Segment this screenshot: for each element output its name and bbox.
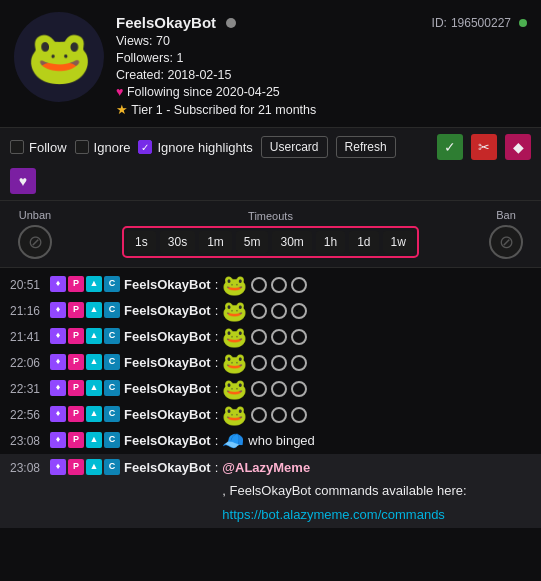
badge-c: C (104, 276, 120, 292)
ban-area: Ban ⊘ (481, 209, 531, 259)
badge-mod: ▲ (86, 459, 102, 475)
badge-prime: P (68, 328, 84, 344)
badge-sub: ♦ (50, 380, 66, 396)
badge-c: C (104, 432, 120, 448)
badge-c: C (104, 380, 120, 396)
timeouts-area: Timeouts 1s 30s 1m 5m 30m 1h 1d 1w (70, 210, 471, 258)
chat-message: 22:06 ♦ P ▲ C FeelsOkayBot : 🐸 (0, 350, 541, 376)
circle-2 (271, 355, 287, 371)
tier-stat: ★ Tier 1 - Subscribed for 21 months (116, 102, 527, 117)
following-stat: ♥ Following since 2020-04-25 (116, 85, 527, 99)
circle-2 (271, 277, 287, 293)
timeout-1h-button[interactable]: 1h (316, 231, 345, 253)
chat-badges: ♦ P ▲ C (50, 458, 120, 475)
timeout-1m-button[interactable]: 1m (199, 231, 232, 253)
follow-checkbox[interactable] (10, 140, 24, 154)
unban-label: Unban (19, 209, 51, 221)
profile-name-row: FeelsOkayBot ID: 196500227 (116, 14, 527, 31)
ignore-highlights-checkbox[interactable] (138, 140, 152, 154)
circle-1 (251, 277, 267, 293)
chat-badges: ♦ P ▲ C (50, 379, 120, 396)
badge-sub: ♦ (50, 302, 66, 318)
chat-message: 21:16 ♦ P ▲ C FeelsOkayBot : 🐸 (0, 298, 541, 324)
commands-link[interactable]: https://bot.alazymeme.com/commands (222, 505, 445, 525)
circle-2 (271, 303, 287, 319)
online-dot (519, 19, 527, 27)
unban-area: Unban ⊘ (10, 209, 60, 259)
circle-3 (291, 329, 307, 345)
circle-1 (251, 303, 267, 319)
badge-mod: ▲ (86, 328, 102, 344)
avatar: 🐸 (14, 12, 104, 102)
badge-prime: P (68, 302, 84, 318)
circle-1 (251, 407, 267, 423)
circle-3 (291, 277, 307, 293)
chat-username: FeelsOkayBot (124, 327, 211, 347)
circle-3 (291, 381, 307, 397)
chat-content: 🐸 (222, 405, 307, 425)
ignore-checkbox[interactable] (75, 140, 89, 154)
profile-info: FeelsOkayBot ID: 196500227 Views: 70 Fol… (116, 12, 527, 117)
usercard-button[interactable]: Usercard (261, 136, 328, 158)
chat-badges: ♦ P ▲ C (50, 301, 120, 318)
chat-username: FeelsOkayBot (124, 431, 211, 451)
badge-mod: ▲ (86, 432, 102, 448)
circle-3 (291, 407, 307, 423)
follow-label: Follow (29, 140, 67, 155)
unban-icon: ⊘ (28, 231, 43, 253)
badge-prime: P (68, 380, 84, 396)
follow-checkbox-wrapper[interactable]: Follow (10, 140, 67, 155)
badge-c: C (104, 406, 120, 422)
ban-icon: ⊘ (499, 231, 514, 253)
ignore-highlights-wrapper[interactable]: Ignore highlights (138, 140, 252, 155)
timeout-30s-button[interactable]: 30s (160, 231, 195, 253)
circle-2 (271, 407, 287, 423)
chat-message: 21:41 ♦ P ▲ C FeelsOkayBot : 🐸 (0, 324, 541, 350)
chat-time: 20:51 (10, 275, 46, 294)
refresh-button[interactable]: Refresh (336, 136, 396, 158)
timeout-1s-button[interactable]: 1s (127, 231, 156, 253)
mention-text: @ALazyMeme (222, 458, 310, 478)
chat-content: 🧢 who binged (222, 431, 315, 451)
badge-mod: ▲ (86, 380, 102, 396)
ban-label: Ban (496, 209, 516, 221)
chat-time: 22:56 (10, 405, 46, 424)
ignore-checkbox-wrapper[interactable]: Ignore (75, 140, 131, 155)
chat-content: 🐸 (222, 353, 307, 373)
profile-username: FeelsOkayBot (116, 14, 216, 31)
action-section: Unban ⊘ Timeouts 1s 30s 1m 5m 30m 1h 1d … (0, 201, 541, 268)
timeout-1d-button[interactable]: 1d (349, 231, 378, 253)
chat-username: FeelsOkayBot (124, 353, 211, 373)
chat-section: 20:51 ♦ P ▲ C FeelsOkayBot : 🐸 21:16 ♦ P… (0, 268, 541, 532)
chat-message: 23:08 ♦ P ▲ C FeelsOkayBot : 🧢 who binge… (0, 428, 541, 454)
emote-pepe: 🐸 (222, 353, 247, 373)
ignore-highlights-label: Ignore highlights (157, 140, 252, 155)
mod-action-pink-button[interactable]: ◆ (505, 134, 531, 160)
mod-action-red-button[interactable]: ✂ (471, 134, 497, 160)
ban-button[interactable]: ⊘ (489, 225, 523, 259)
chat-content: 🐸 (222, 301, 307, 321)
mod-action-green-button[interactable]: ✓ (437, 134, 463, 160)
badge-prime: P (68, 406, 84, 422)
chat-text: who binged (248, 431, 315, 451)
circle-1 (251, 329, 267, 345)
timeout-1w-button[interactable]: 1w (383, 231, 414, 253)
chat-message: 22:31 ♦ P ▲ C FeelsOkayBot : 🐸 (0, 376, 541, 402)
unban-button[interactable]: ⊘ (18, 225, 52, 259)
profile-section: 🐸 FeelsOkayBot ID: 196500227 Views: 70 F… (0, 0, 541, 128)
badge-c: C (104, 354, 120, 370)
chat-message: 20:51 ♦ P ▲ C FeelsOkayBot : 🐸 (0, 272, 541, 298)
chat-content: 🐸 (222, 327, 307, 347)
timeout-30m-button[interactable]: 30m (272, 231, 311, 253)
mod-action-darkred-button[interactable]: ♥ (10, 168, 36, 194)
status-dot (226, 18, 236, 28)
chat-time: 21:16 (10, 301, 46, 320)
circle-1 (251, 381, 267, 397)
chat-content: 🐸 (222, 275, 307, 295)
timeout-5m-button[interactable]: 5m (236, 231, 269, 253)
created-stat: Created: 2018-02-15 (116, 68, 527, 82)
circle-3 (291, 303, 307, 319)
badge-prime: P (68, 276, 84, 292)
badge-sub: ♦ (50, 354, 66, 370)
badge-mod: ▲ (86, 406, 102, 422)
